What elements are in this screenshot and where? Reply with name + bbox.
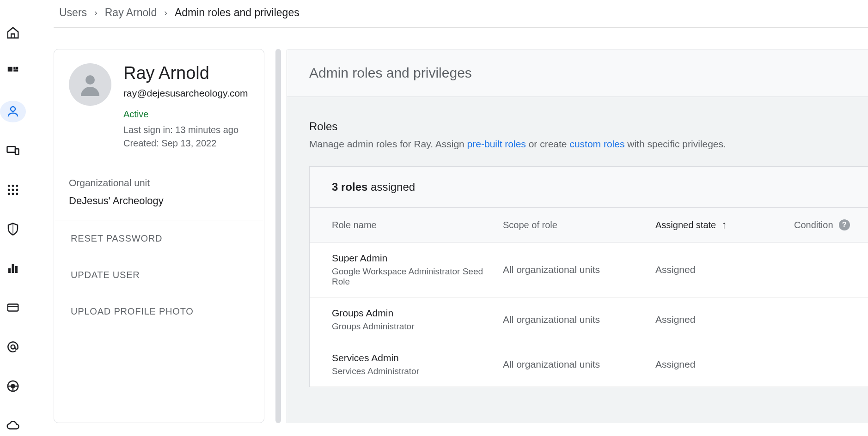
upload-photo-button[interactable]: UPLOAD PROFILE PHOTO xyxy=(54,293,264,330)
panel-title: Admin roles and privileges xyxy=(287,49,868,97)
shield-icon xyxy=(6,222,20,236)
main-content: Users › Ray Arnold › Admin roles and pri… xyxy=(26,0,868,436)
svg-point-12 xyxy=(16,189,18,191)
user-card: Ray Arnold ray@dejesusarcheology.com Act… xyxy=(54,49,264,423)
user-created: Created: Sep 13, 2022 xyxy=(123,137,248,150)
nav-rules[interactable] xyxy=(0,375,26,397)
role-name: Services Admin xyxy=(332,352,503,363)
nav-dashboard[interactable] xyxy=(0,61,26,83)
svg-point-11 xyxy=(12,189,14,191)
role-scope: All organizational units xyxy=(503,359,655,370)
svg-rect-0 xyxy=(8,67,12,72)
steering-icon xyxy=(6,379,20,393)
svg-rect-17 xyxy=(12,264,14,273)
role-description: Google Workspace Administrator Seed Role xyxy=(332,266,503,287)
user-name: Ray Arnold xyxy=(123,63,248,83)
dashboard-icon xyxy=(6,65,20,79)
col-role-name[interactable]: Role name xyxy=(332,220,503,230)
nav-home[interactable] xyxy=(0,22,26,44)
breadcrumb-users[interactable]: Users xyxy=(59,6,87,19)
svg-point-8 xyxy=(12,185,14,187)
prebuilt-roles-link[interactable]: pre-built roles xyxy=(467,139,526,149)
org-unit-section[interactable]: Organizational unit DeJesus' Archeology xyxy=(54,166,264,220)
user-email: ray@dejesusarcheology.com xyxy=(123,87,248,100)
role-name: Super Admin xyxy=(332,253,503,264)
roles-description: Manage admin roles for Ray. Assign pre-b… xyxy=(309,139,868,150)
cloud-icon xyxy=(6,418,20,432)
custom-roles-link[interactable]: custom roles xyxy=(569,139,624,149)
chart-icon xyxy=(6,261,20,275)
person-icon xyxy=(6,104,20,118)
nav-billing[interactable] xyxy=(0,297,26,318)
svg-rect-19 xyxy=(8,304,18,311)
home-icon xyxy=(6,26,20,40)
table-row[interactable]: Services Admin Services Administrator Al… xyxy=(310,342,868,387)
help-icon[interactable]: ? xyxy=(839,219,850,230)
table-row[interactable]: Groups Admin Groups Administrator All or… xyxy=(310,297,868,342)
table-header: Role name Scope of role Assigned state ↑… xyxy=(310,208,868,242)
nav-directory[interactable] xyxy=(0,101,26,122)
table-row[interactable]: Super Admin Google Workspace Administrat… xyxy=(310,242,868,297)
svg-rect-1 xyxy=(13,67,15,69)
svg-rect-2 xyxy=(16,67,18,69)
reset-password-button[interactable]: RESET PASSWORD xyxy=(54,220,264,257)
role-scope: All organizational units xyxy=(503,314,655,325)
col-scope[interactable]: Scope of role xyxy=(503,220,655,230)
role-state: Assigned xyxy=(655,359,794,370)
org-unit-value: DeJesus' Archeology xyxy=(69,195,249,207)
svg-rect-5 xyxy=(7,146,16,152)
nav-apps[interactable] xyxy=(0,179,26,201)
nav-devices[interactable] xyxy=(0,140,26,162)
svg-point-13 xyxy=(8,193,10,195)
breadcrumb: Users › Ray Arnold › Admin roles and pri… xyxy=(54,0,868,28)
svg-point-9 xyxy=(16,185,18,187)
svg-point-14 xyxy=(12,193,14,195)
svg-point-21 xyxy=(11,345,15,349)
breadcrumb-current: Admin roles and privileges xyxy=(175,6,300,19)
card-icon xyxy=(6,301,20,315)
svg-point-23 xyxy=(11,384,15,388)
svg-point-27 xyxy=(86,75,95,85)
user-status: Active xyxy=(123,109,248,120)
svg-rect-18 xyxy=(15,266,18,273)
svg-point-10 xyxy=(8,189,10,191)
role-description: Services Administrator xyxy=(332,366,503,376)
roles-table: 3 roles assigned Role name Scope of role… xyxy=(309,166,868,387)
update-user-button[interactable]: UPDATE USER xyxy=(54,257,264,293)
roles-panel: Admin roles and privileges Roles Manage … xyxy=(287,49,868,423)
chevron-right-icon: › xyxy=(94,7,98,18)
nav-reporting[interactable] xyxy=(0,257,26,279)
roles-heading: Roles xyxy=(309,120,868,133)
devices-icon xyxy=(6,144,20,157)
svg-point-15 xyxy=(16,193,18,195)
col-condition[interactable]: Condition ? xyxy=(794,219,850,230)
role-state: Assigned xyxy=(655,264,794,275)
role-name: Groups Admin xyxy=(332,308,503,319)
roles-summary: 3 roles assigned xyxy=(310,167,868,208)
svg-rect-3 xyxy=(13,70,18,72)
splitter-handle[interactable] xyxy=(275,49,281,423)
svg-rect-6 xyxy=(15,149,19,155)
svg-rect-16 xyxy=(8,268,11,273)
nav-rail xyxy=(0,0,26,436)
svg-point-7 xyxy=(8,185,10,187)
org-unit-label: Organizational unit xyxy=(69,177,249,188)
avatar-placeholder-icon xyxy=(76,71,104,98)
nav-security[interactable] xyxy=(0,218,26,240)
role-description: Groups Administrator xyxy=(332,321,503,332)
chevron-right-icon: › xyxy=(164,7,167,18)
at-icon xyxy=(6,340,20,354)
avatar xyxy=(69,63,111,106)
sort-arrow-up-icon: ↑ xyxy=(721,219,727,231)
user-last-signin: Last sign in: 13 minutes ago xyxy=(123,123,248,137)
content-row: Ray Arnold ray@dejesusarcheology.com Act… xyxy=(54,49,868,423)
apps-icon xyxy=(6,183,20,197)
role-state: Assigned xyxy=(655,314,794,325)
col-assigned-state[interactable]: Assigned state ↑ xyxy=(655,219,794,231)
svg-point-4 xyxy=(11,107,15,111)
nav-storage[interactable] xyxy=(0,414,26,436)
role-scope: All organizational units xyxy=(503,264,655,275)
breadcrumb-user[interactable]: Ray Arnold xyxy=(105,6,157,19)
nav-account[interactable] xyxy=(0,336,26,357)
